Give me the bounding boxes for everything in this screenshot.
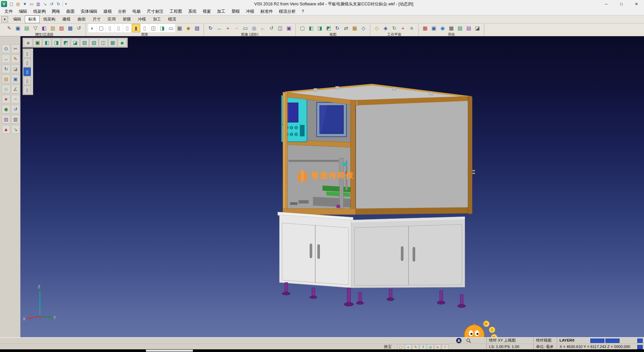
menu-item-3[interactable]: 网格 <box>49 8 63 15</box>
selection-filter-icon[interactable]: ◧ <box>40 24 48 32</box>
type-filter-icon[interactable]: ▩ <box>66 24 74 32</box>
tab-6[interactable]: 应用 <box>104 15 119 23</box>
rotate-icon[interactable]: ↻ <box>2 64 10 73</box>
tab-4[interactable]: 曲面 <box>74 15 89 23</box>
erase-icon[interactable]: ◪ <box>11 64 20 73</box>
workplane-rotate-icon[interactable]: ↻ <box>390 24 398 32</box>
globe-icon[interactable]: ◉ <box>438 24 447 32</box>
solid-prism-icon-2[interactable]: ▯ <box>114 24 123 32</box>
grid-icon[interactable]: ▩ <box>447 24 455 32</box>
menu-item-12[interactable]: 视窗 <box>200 8 214 15</box>
lower-cabinet-left[interactable] <box>279 215 351 288</box>
pan-view-icon[interactable]: ↔ <box>215 24 223 32</box>
workplane-icon[interactable]: ◇ <box>2 85 10 93</box>
snap-grid-icon[interactable]: ▨ <box>456 24 464 32</box>
menu-item-17[interactable]: 模流分析 <box>276 8 299 15</box>
top-view-icon[interactable]: ▢ <box>298 24 307 32</box>
rotate-view-icon[interactable]: ↻ <box>333 24 341 32</box>
cube-top-view-icon[interactable]: ◧ <box>43 39 51 47</box>
tab-10[interactable]: 模流 <box>165 15 179 23</box>
annotation-badge-icon[interactable]: A <box>456 338 462 343</box>
transparency-icon[interactable]: ▭ <box>167 24 175 32</box>
multi-view-icon[interactable]: ◫ <box>276 24 284 32</box>
layer-filter-icon[interactable]: ▥ <box>49 24 57 32</box>
section-view-icon[interactable]: ◨ <box>158 24 166 32</box>
render-settings-icon[interactable]: ◆ <box>184 24 193 32</box>
screen-view-icon[interactable]: ▣ <box>33 39 42 47</box>
menu-item-8[interactable]: 电极 <box>129 8 144 15</box>
redraw-icon[interactable]: ↺ <box>267 24 276 32</box>
align-view-icon[interactable]: ⇄ <box>342 24 350 32</box>
tab-2[interactable]: 线架构 <box>40 15 59 23</box>
selection-db-icon-4[interactable]: ▯ <box>23 77 31 85</box>
cube-iso2-view-icon[interactable]: ▨ <box>90 39 98 47</box>
tab-9[interactable]: 加工 <box>150 15 164 23</box>
color-palette-icon[interactable]: ▦ <box>421 24 429 32</box>
curve-icon[interactable]: ~ <box>11 95 20 103</box>
menu-item-13[interactable]: 加工 <box>214 8 228 15</box>
filter-icon[interactable]: ▽ <box>31 24 40 32</box>
tab-8[interactable]: 冲模 <box>135 15 149 23</box>
redo-icon[interactable]: ↻ <box>55 1 61 7</box>
edit-attributes-icon[interactable]: ✎ <box>5 24 13 32</box>
solid-prism-icon-4[interactable]: ▮ <box>132 24 140 32</box>
measure-icon[interactable]: ∠ <box>11 85 20 93</box>
hidden-line-icon[interactable]: ◫ <box>149 24 158 32</box>
background-icon[interactable]: ▧ <box>193 24 201 32</box>
point-icon[interactable]: ∗ <box>2 95 10 103</box>
selection-db-icon-5[interactable]: ▯ <box>23 86 31 94</box>
tab-dropdown-button[interactable]: ▼ <box>1 16 8 23</box>
cad-model-machine[interactable] <box>20 36 644 337</box>
move-icon[interactable]: ↔ <box>2 54 10 63</box>
import-icon[interactable]: ↘ <box>42 1 48 7</box>
viewport-3d[interactable]: 智造传科技 Z X Y W O W <box>20 36 644 337</box>
sheet-icon[interactable]: ▥ <box>11 115 20 124</box>
undo-icon[interactable]: ↺ <box>49 1 55 7</box>
menu-item-6[interactable]: 建模 <box>101 8 115 15</box>
zoom-tool-icon[interactable]: ⊙ <box>2 44 10 53</box>
cube-bottom-view-icon[interactable]: ▦ <box>108 39 117 47</box>
tab-0[interactable]: 编辑 <box>10 15 24 23</box>
scissors-icon[interactable]: ✂ <box>11 44 20 53</box>
menu-item-5[interactable]: 实体编辑 <box>78 8 101 15</box>
refresh-icon[interactable]: ↺ <box>11 105 20 114</box>
plane-display-icon[interactable]: ◪ <box>473 24 482 32</box>
monitor-screen[interactable] <box>317 102 346 137</box>
solid-prism-icon-1[interactable]: ▯ <box>106 24 114 32</box>
cube-back-view-icon[interactable]: ◫ <box>99 39 108 47</box>
menu-item-18[interactable]: ? <box>299 8 307 15</box>
palette-icon[interactable]: ▨ <box>2 115 10 124</box>
color-swatch-1[interactable] <box>590 339 604 343</box>
tab-7[interactable]: 塑膜 <box>119 15 134 23</box>
tab-1[interactable]: 标准 <box>25 15 40 23</box>
menu-item-14[interactable]: 塑模 <box>228 8 243 15</box>
zoom-extents-icon[interactable]: ◎ <box>250 24 258 32</box>
tab-5[interactable]: 尺寸 <box>89 15 104 23</box>
shaded-view-icon[interactable]: ■ <box>118 39 126 47</box>
menu-item-11[interactable]: 系统 <box>185 8 200 15</box>
info-icon[interactable]: ◉ <box>2 105 10 114</box>
iso-view-icon[interactable]: ◩ <box>324 24 333 32</box>
view-manager-icon[interactable]: ▦ <box>351 24 359 32</box>
lower-cabinet-right[interactable] <box>351 217 465 288</box>
zoom-window-icon[interactable]: ▭ <box>241 24 250 32</box>
cube-iso-view-icon[interactable]: ▧ <box>80 39 89 47</box>
machine-right-panel[interactable] <box>354 96 475 215</box>
selection-db-icon-3[interactable]: ▯ <box>23 68 31 76</box>
menu-item-15[interactable]: 冲模 <box>243 8 257 15</box>
perspective-icon[interactable]: ◇ <box>359 24 368 32</box>
notes-icon[interactable]: ▣ <box>11 75 20 83</box>
scale-field[interactable]: LS: 1.00 PS: 1.00 <box>486 344 534 350</box>
selection-db-icon-1[interactable]: ▯ <box>23 49 31 58</box>
view-mode-field[interactable]: 绝对视图 <box>533 338 558 343</box>
menu-item-9[interactable]: 尺寸标注 <box>144 8 167 15</box>
menu-item-4[interactable]: 曲面 <box>63 8 78 15</box>
maximize-button[interactable]: □ <box>614 0 629 8</box>
copy-attributes-icon[interactable]: ▣ <box>14 24 22 32</box>
table-icon[interactable]: ▤ <box>465 24 473 32</box>
cube-left-view-icon[interactable]: ◪ <box>71 39 79 47</box>
solid-prism-icon-3[interactable]: ▯ <box>123 24 131 32</box>
side-view-icon[interactable]: ◨ <box>316 24 324 32</box>
workplane-origin-icon[interactable]: + <box>399 24 407 32</box>
workplane-xy-icon[interactable]: ◇ <box>373 24 381 32</box>
